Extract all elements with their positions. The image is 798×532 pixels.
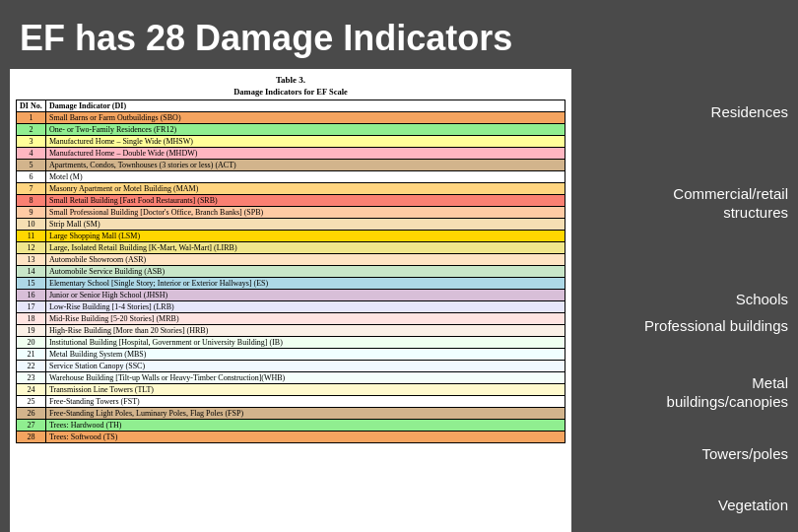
di-number: 17: [17, 301, 46, 313]
slide: EF has 28 Damage Indicators Table 3. Dam…: [0, 0, 798, 532]
di-number: 2: [17, 124, 46, 136]
di-description: Mid-Rise Building [5-20 Stories] (MRB): [46, 313, 565, 325]
label-professional: Professional buildings: [581, 312, 788, 340]
di-description: Large, Isolated Retail Building [K-Mart,…: [46, 242, 565, 254]
label-towers: Towers/poles: [581, 440, 788, 468]
label-commercial: Commercial/retailstructures: [581, 180, 788, 227]
di-description: Free-Standing Light Poles, Luminary Pole…: [46, 408, 565, 420]
di-description: Apartments, Condos, Townhouses (3 storie…: [46, 160, 565, 171]
col-header-name: Damage Indicator (DI): [46, 100, 565, 112]
di-number: 27: [17, 420, 46, 432]
di-number: 20: [17, 337, 46, 349]
di-number: 28: [17, 432, 46, 443]
di-description: Masonry Apartment or Motel Building (MAM…: [46, 183, 565, 195]
table-row: 22Service Station Canopy (SSC): [17, 361, 565, 372]
table-row: 16Junior or Senior High School (JHSH): [17, 290, 565, 301]
table-row: 28Trees: Softwood (TS): [17, 432, 565, 443]
di-description: Small Barns or Farm Outbuildings (SBO): [46, 112, 565, 124]
di-description: Small Professional Building [Doctor's Of…: [46, 207, 565, 219]
table-row: 5Apartments, Condos, Townhouses (3 stori…: [17, 160, 565, 171]
table-row: 24Transmission Line Towers (TLT): [17, 384, 565, 396]
di-number: 13: [17, 254, 46, 266]
di-description: Free-Standing Towers (FST): [46, 396, 565, 408]
di-number: 24: [17, 384, 46, 396]
table-row: 8Small Retail Building [Fast Food Restau…: [17, 195, 565, 207]
di-description: One- or Two-Family Residences (FR12): [46, 124, 565, 136]
table-row: 11Large Shopping Mall (LSM): [17, 231, 565, 242]
di-number: 19: [17, 325, 46, 337]
di-number: 23: [17, 372, 46, 384]
di-description: Junior or Senior High School (JHSH): [46, 290, 565, 301]
di-description: Trees: Hardwood (TH): [46, 420, 565, 432]
di-description: Large Shopping Mall (LSM): [46, 231, 565, 242]
di-description: Strip Mall (SM): [46, 219, 565, 231]
di-number: 16: [17, 290, 46, 301]
di-description: Automobile Service Building (ASB): [46, 266, 565, 278]
di-number: 12: [17, 242, 46, 254]
label-residences: Residences: [581, 99, 788, 126]
table-row: 25Free-Standing Towers (FST): [17, 396, 565, 408]
di-description: Warehouse Building [Tilt-up Walls or Hea…: [46, 372, 565, 384]
table-row: 10Strip Mall (SM): [17, 219, 565, 231]
di-number: 11: [17, 231, 46, 242]
di-number: 10: [17, 219, 46, 231]
col-header-di: DI No.: [17, 100, 46, 112]
label-schools: Schools: [581, 286, 788, 313]
di-number: 5: [17, 160, 46, 171]
damage-indicators-table: DI No. Damage Indicator (DI) 1Small Barn…: [16, 100, 565, 443]
table-row: 4Manufactured Home – Double Wide (MHDW): [17, 148, 565, 160]
di-description: Low-Rise Building [1-4 Stories] (LRB): [46, 301, 565, 313]
table-row: 9Small Professional Building [Doctor's O…: [17, 207, 565, 219]
label-metal: Metalbuildings/canopies: [581, 369, 788, 416]
table-row: 19High-Rise Building [More than 20 Stori…: [17, 325, 565, 337]
di-number: 15: [17, 278, 46, 290]
di-description: Manufactured Home – Double Wide (MHDW): [46, 148, 565, 160]
table-row: 13Automobile Showroom (ASR): [17, 254, 565, 266]
table-row: 2One- or Two-Family Residences (FR12): [17, 124, 565, 136]
table-row: 1Small Barns or Farm Outbuildings (SBO): [17, 112, 565, 124]
di-number: 26: [17, 408, 46, 420]
di-number: 14: [17, 266, 46, 278]
di-description: High-Rise Building [More than 20 Stories…: [46, 325, 565, 337]
di-number: 25: [17, 396, 46, 408]
table-row: 14Automobile Service Building (ASB): [17, 266, 565, 278]
di-number: 8: [17, 195, 46, 207]
di-number: 18: [17, 313, 46, 325]
table-row: 17Low-Rise Building [1-4 Stories] (LRB): [17, 301, 565, 313]
table-row: 12Large, Isolated Retail Building [K-Mar…: [17, 242, 565, 254]
table-row: 20Institutional Building [Hospital, Gove…: [17, 337, 565, 349]
table-wrapper: Table 3. Damage Indicators for EF Scale …: [10, 69, 571, 532]
di-description: Manufactured Home – Single Wide (MHSW): [46, 136, 565, 148]
table-row: 6Motel (M): [17, 171, 565, 183]
di-description: Small Retail Building [Fast Food Restaur…: [46, 195, 565, 207]
di-number: 1: [17, 112, 46, 124]
di-number: 22: [17, 361, 46, 372]
di-number: 21: [17, 349, 46, 361]
table-row: 27Trees: Hardwood (TH): [17, 420, 565, 432]
table-row: 15Elementary School [Single Story; Inter…: [17, 278, 565, 290]
di-description: Elementary School [Single Story; Interio…: [46, 278, 565, 290]
di-description: Automobile Showroom (ASR): [46, 254, 565, 266]
di-number: 3: [17, 136, 46, 148]
table-row: 21Metal Building System (MBS): [17, 349, 565, 361]
di-number: 7: [17, 183, 46, 195]
di-description: Service Station Canopy (SSC): [46, 361, 565, 372]
di-description: Transmission Line Towers (TLT): [46, 384, 565, 396]
table-row: 23Warehouse Building [Tilt-up Walls or H…: [17, 372, 565, 384]
slide-title: EF has 28 Damage Indicators: [0, 0, 798, 69]
di-number: 9: [17, 207, 46, 219]
table-title: Table 3.: [16, 75, 565, 85]
label-vegetation: Vegetation: [581, 492, 788, 519]
di-description: Motel (M): [46, 171, 565, 183]
di-number: 6: [17, 171, 46, 183]
di-description: Institutional Building [Hospital, Govern…: [46, 337, 565, 349]
table-row: 18Mid-Rise Building [5-20 Stories] (MRB): [17, 313, 565, 325]
table-row: 26Free-Standing Light Poles, Luminary Po…: [17, 408, 565, 420]
labels-area: Residences Commercial/retailstructures S…: [581, 69, 788, 532]
table-row: 7Masonry Apartment or Motel Building (MA…: [17, 183, 565, 195]
di-number: 4: [17, 148, 46, 160]
content-area: Table 3. Damage Indicators for EF Scale …: [0, 69, 798, 532]
table-subtitle: Damage Indicators for EF Scale: [16, 87, 565, 97]
di-description: Trees: Softwood (TS): [46, 432, 565, 443]
di-description: Metal Building System (MBS): [46, 349, 565, 361]
